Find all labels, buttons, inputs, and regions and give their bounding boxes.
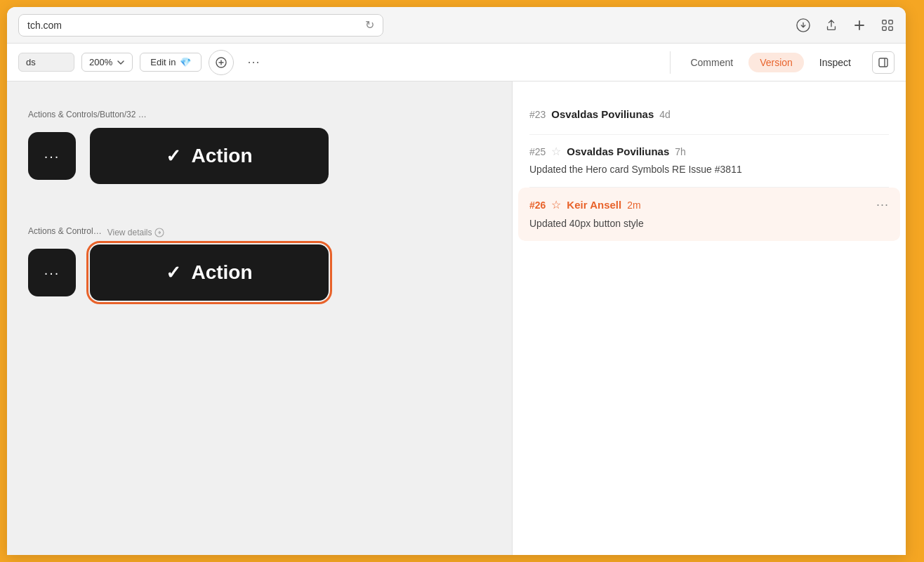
checkmark-icon-1: ✓ — [166, 145, 181, 167]
action-button-preview-1[interactable]: ✓ Action — [90, 128, 329, 184]
svg-rect-6 — [879, 58, 887, 67]
version-author-23: Osvaldas Poviliunas — [551, 108, 654, 120]
comment-plus-icon — [216, 57, 227, 68]
version-header-25: #25 ☆ Osvaldas Poviliunas 7h — [529, 145, 889, 158]
tab-overview-icon[interactable] — [880, 18, 895, 32]
toolbar-divider — [670, 51, 671, 74]
version-num-25: #25 — [529, 146, 546, 157]
browser-top-bar: tch.com ↻ — [7, 7, 906, 44]
version-entry-26[interactable]: #26 ☆ Keir Ansell 2m ··· Updated 40px bu… — [518, 188, 900, 241]
tab-inspect[interactable]: Inspect — [808, 53, 862, 72]
version-description-26: Updated 40px button style — [529, 216, 889, 231]
sidebar-toggle-icon — [878, 57, 889, 68]
svg-rect-3 — [883, 26, 886, 30]
tab-version[interactable]: Version — [748, 53, 804, 72]
right-panel: #23 Osvaldas Poviliunas 4d #25 ☆ Osvalda… — [513, 81, 906, 555]
tab-comment[interactable]: Comment — [679, 53, 744, 72]
component-item-2: Actions & Control… View details ··· — [28, 226, 491, 301]
more-options-button[interactable]: ··· — [241, 50, 266, 75]
zoom-control[interactable]: 200% — [81, 53, 133, 72]
layers-input[interactable]: ds — [18, 53, 74, 72]
version-description-25: Updated the Hero card Symbols RE Issue #… — [529, 162, 889, 177]
dots-square-1: ··· — [28, 132, 76, 180]
component-label-1: Actions & Controls/Button/32 … — [28, 110, 491, 119]
svg-rect-1 — [883, 20, 886, 23]
svg-rect-4 — [889, 26, 892, 30]
component-label-row-2: Actions & Control… View details — [28, 226, 491, 239]
edit-in-label: Edit in — [150, 57, 176, 67]
more-options-label: ··· — [247, 55, 260, 70]
arrow-right-icon — [154, 228, 164, 237]
add-tab-icon[interactable] — [852, 18, 866, 32]
version-time-25: 7h — [675, 146, 686, 157]
component-item-1: Actions & Controls/Button/32 … ··· ✓ Act… — [28, 110, 491, 184]
star-icon-25: ☆ — [551, 145, 561, 158]
star-icon-26: ☆ — [551, 198, 561, 211]
url-bar[interactable]: tch.com ↻ — [18, 14, 383, 37]
action-label-1: Action — [191, 145, 252, 167]
version-num-26: #26 — [529, 200, 546, 211]
version-author-25: Osvaldas Poviliunas — [567, 145, 669, 157]
component-row-2: ··· ✓ Action — [28, 244, 491, 301]
component-label-2: Actions & Control… — [28, 226, 102, 236]
version-time-23: 4d — [659, 109, 671, 120]
main-area: Actions & Controls/Button/32 … ··· ✓ Act… — [7, 81, 906, 555]
toolbar-left: ds 200% Edit in 💎 ··· — [18, 50, 661, 75]
version-more-options-26[interactable]: ··· — [876, 197, 889, 212]
comment-bubble-button[interactable] — [209, 50, 234, 75]
edit-in-button[interactable]: Edit in 💎 — [140, 53, 202, 72]
action-button-preview-2[interactable]: ✓ Action — [90, 244, 329, 301]
reload-icon[interactable]: ↻ — [365, 18, 374, 32]
canvas-panel: Actions & Controls/Button/32 … ··· ✓ Act… — [7, 81, 513, 555]
dots-icon-1: ··· — [44, 148, 60, 164]
browser-window: tch.com ↻ — [7, 7, 906, 555]
action-label-2: Action — [191, 261, 252, 284]
sidebar-toggle-button[interactable] — [872, 51, 895, 74]
zoom-chevron-icon — [117, 58, 125, 67]
toolbar-right: Comment Version Inspect — [679, 51, 895, 74]
checkmark-icon-2: ✓ — [166, 262, 181, 284]
dots-icon-2: ··· — [44, 265, 60, 281]
version-entry-23[interactable]: #23 Osvaldas Poviliunas 4d — [529, 98, 889, 135]
share-icon[interactable] — [824, 18, 838, 32]
version-author-26: Keir Ansell — [567, 199, 621, 211]
svg-rect-2 — [889, 20, 892, 23]
version-header-26: #26 ☆ Keir Ansell 2m ··· — [529, 197, 889, 212]
view-details-link[interactable]: View details — [107, 228, 164, 237]
app-toolbar: ds 200% Edit in 💎 ··· — [7, 44, 906, 81]
version-entry-25[interactable]: #25 ☆ Osvaldas Poviliunas 7h Updated the… — [529, 135, 889, 188]
dots-square-2: ··· — [28, 249, 76, 296]
canvas-content: Actions & Controls/Button/32 … ··· ✓ Act… — [7, 81, 512, 329]
version-header-23: #23 Osvaldas Poviliunas 4d — [529, 108, 889, 120]
version-time-26: 2m — [627, 200, 640, 211]
url-text: tch.com — [27, 20, 62, 31]
zoom-value: 200% — [89, 57, 112, 67]
browser-icons — [796, 18, 895, 32]
sketch-icon: 💎 — [180, 57, 191, 67]
component-row-1: ··· ✓ Action — [28, 128, 491, 184]
version-num-23: #23 — [529, 109, 546, 120]
download-icon[interactable] — [796, 18, 810, 32]
